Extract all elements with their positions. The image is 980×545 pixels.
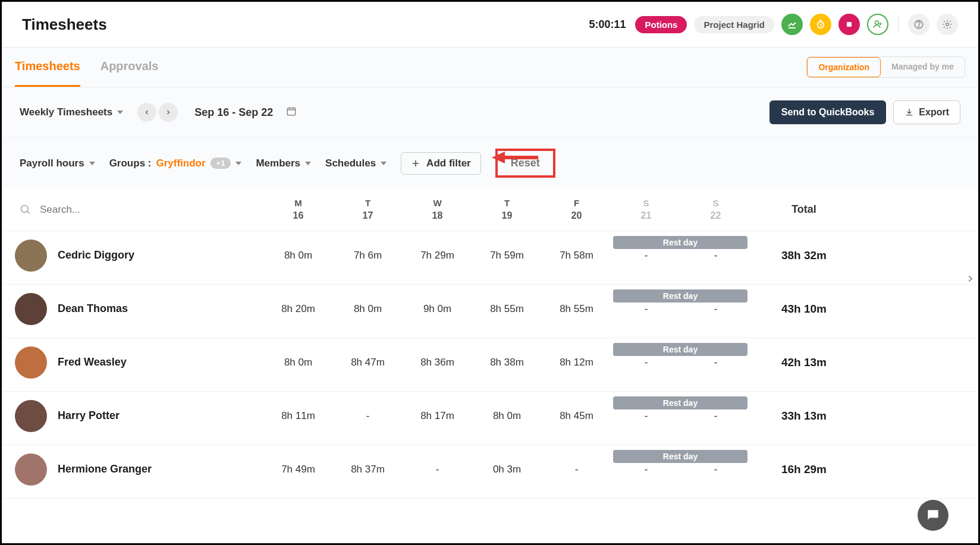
export-button[interactable]: Export <box>893 100 960 124</box>
add-user-icon[interactable] <box>867 14 888 35</box>
time-cell[interactable]: 9h 0m <box>403 303 472 315</box>
caret-down-icon <box>89 162 95 165</box>
avatar[interactable] <box>15 346 47 379</box>
time-cell[interactable]: 8h 55m <box>542 303 611 315</box>
time-cell[interactable]: 8h 37m <box>333 464 403 475</box>
avatar[interactable] <box>15 293 47 325</box>
next-week-button[interactable] <box>159 103 178 122</box>
svg-rect-1 <box>847 22 852 27</box>
table-row[interactable]: Rest dayCedric Diggory8h 0m7h 6m7h 29m7h… <box>2 231 978 285</box>
time-cell[interactable]: 8h 0m <box>472 410 542 422</box>
time-cell[interactable]: 8h 36m <box>403 357 472 368</box>
table-row[interactable]: Rest dayHarry Potter8h 11m-8h 17m8h 0m8h… <box>2 392 978 445</box>
rest-day-badge: Rest day <box>613 343 747 356</box>
day-label: F <box>542 198 611 208</box>
time-cell[interactable]: - <box>681 464 750 475</box>
side-expand-icon[interactable] <box>966 273 974 287</box>
settings-icon[interactable] <box>937 14 958 35</box>
filter-members[interactable]: Members <box>256 157 311 169</box>
time-cell[interactable]: 7h 6m <box>333 250 403 262</box>
avatar[interactable] <box>15 400 47 432</box>
day-headers: M16T17W18T19F20S21S22 <box>263 198 750 221</box>
date-range[interactable]: Sep 16 - Sep 22 <box>194 106 273 119</box>
filter-payroll[interactable]: Payroll hours <box>20 157 95 169</box>
view-toggle: Organization Managed by me <box>806 56 965 78</box>
date-nav <box>137 103 178 122</box>
calendar-icon[interactable] <box>286 106 297 119</box>
stop-icon[interactable] <box>838 14 860 35</box>
send-quickbooks-button[interactable]: Send to QuickBooks <box>769 100 886 124</box>
time-cell[interactable]: 7h 58m <box>542 250 611 262</box>
filter-groups[interactable]: Groups : Gryffindor +1 <box>109 157 242 169</box>
screenshot-icon[interactable] <box>781 14 803 35</box>
time-cell[interactable]: 8h 0m <box>263 357 333 368</box>
time-cell[interactable]: 0h 3m <box>472 464 542 475</box>
time-cell[interactable]: - <box>542 464 611 475</box>
search-input[interactable] <box>40 204 218 216</box>
task-pill[interactable]: Potions <box>635 16 687 33</box>
member-name: Cedric Diggory <box>58 249 134 262</box>
day-label: T <box>472 198 542 208</box>
time-cell[interactable]: - <box>333 410 403 422</box>
table-row[interactable]: Rest dayHermione Granger7h 49m8h 37m-0h … <box>2 445 978 499</box>
table-row[interactable]: Rest dayFred Weasley8h 0m8h 47m8h 36m8h … <box>2 338 978 392</box>
day-number: 16 <box>263 210 333 221</box>
day-number: 18 <box>403 210 472 221</box>
total-cell: 43h 10m <box>750 303 857 316</box>
time-cell[interactable]: - <box>611 303 681 315</box>
highlight-arrow <box>492 149 539 166</box>
time-cell[interactable]: 8h 38m <box>472 357 542 368</box>
day-number: 19 <box>472 210 542 221</box>
project-pill[interactable]: Project Hagrid <box>694 16 774 33</box>
time-cell[interactable]: 7h 29m <box>403 250 472 262</box>
break-icon[interactable] <box>810 14 831 35</box>
view-selector[interactable]: Weekly Timesheets <box>20 106 123 118</box>
avatar[interactable] <box>15 240 47 272</box>
timesheet-rows: Rest dayCedric Diggory8h 0m7h 6m7h 29m7h… <box>2 231 978 499</box>
time-cell[interactable]: - <box>611 250 681 262</box>
avatar[interactable] <box>15 453 47 486</box>
prev-week-button[interactable] <box>137 103 156 122</box>
time-cell[interactable]: 8h 47m <box>333 357 403 368</box>
add-filter-button[interactable]: Add filter <box>401 152 481 175</box>
time-cell[interactable]: 8h 0m <box>263 250 333 262</box>
day-column-header: S22 <box>681 198 750 221</box>
time-cell[interactable]: 8h 12m <box>542 357 611 368</box>
view-managed-by-me[interactable]: Managed by me <box>881 57 965 77</box>
time-cell[interactable]: 8h 20m <box>263 303 333 315</box>
day-label: S <box>681 198 750 208</box>
day-label: T <box>333 198 403 208</box>
time-cell[interactable]: - <box>681 303 750 315</box>
time-cell[interactable]: 8h 45m <box>542 410 611 422</box>
table-row[interactable]: Rest dayDean Thomas8h 20m8h 0m9h 0m8h 55… <box>2 285 978 338</box>
help-icon[interactable] <box>908 14 929 35</box>
time-cell[interactable]: 8h 55m <box>472 303 542 315</box>
time-cell[interactable]: 8h 11m <box>263 410 333 422</box>
view-organization[interactable]: Organization <box>807 57 881 77</box>
time-cell[interactable]: - <box>611 464 681 475</box>
time-cell[interactable]: - <box>681 250 750 262</box>
time-cell[interactable]: - <box>403 464 472 475</box>
total-header: Total <box>750 203 857 216</box>
tab-approvals[interactable]: Approvals <box>100 48 159 87</box>
export-label: Export <box>919 107 949 118</box>
time-cell[interactable]: 8h 17m <box>403 410 472 422</box>
tab-timesheets[interactable]: Timesheets <box>15 48 80 87</box>
time-cell[interactable]: - <box>681 410 750 422</box>
total-cell: 42h 13m <box>750 356 857 369</box>
caret-down-icon <box>305 162 311 165</box>
time-cell[interactable]: - <box>611 357 681 368</box>
svg-point-4 <box>918 26 919 27</box>
caret-down-icon <box>381 162 387 165</box>
svg-point-2 <box>875 21 879 24</box>
time-cell[interactable]: - <box>611 410 681 422</box>
time-cell[interactable]: 7h 49m <box>263 464 333 475</box>
filter-groups-extra: +1 <box>211 157 231 169</box>
time-cell[interactable]: - <box>681 357 750 368</box>
search-icon <box>20 204 32 216</box>
toolbar-right: Send to QuickBooks Export <box>769 100 960 124</box>
chat-widget[interactable] <box>918 500 948 531</box>
time-cell[interactable]: 8h 0m <box>333 303 403 315</box>
time-cell[interactable]: 7h 59m <box>472 250 542 262</box>
filter-schedules[interactable]: Schedules <box>325 157 387 169</box>
